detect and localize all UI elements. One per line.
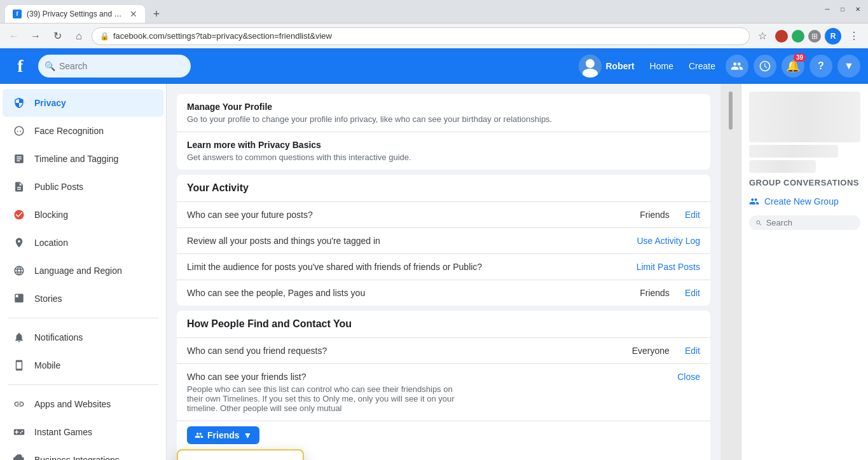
window-maximize-button[interactable]: □ [837,4,848,14]
group-search-box[interactable] [749,215,860,230]
friend-list-row-close[interactable]: Close [677,372,700,382]
sidebar-item-privacy[interactable]: Privacy [3,89,163,117]
manage-profile-card: Manage Your Profile Go to your profile t… [177,94,710,170]
user-name: Robert [605,61,634,71]
future-posts-edit[interactable]: Edit [685,210,700,220]
how-people-title: How People Find and Contact You [177,311,710,338]
sidebar-item-business-integrations[interactable]: Business Integrations [3,446,163,460]
sidebar-item-stories[interactable]: Stories [3,285,163,313]
sidebar-item-label: Apps and Websites [34,399,111,409]
sidebar-item-blocking[interactable]: Blocking [3,201,163,229]
sidebar-item-label: Instant Games [34,427,92,437]
sidebar-item-instant-games[interactable]: Instant Games [3,418,163,446]
future-posts-desc: Who can see your future posts? [187,210,635,220]
fb-avatar-nav[interactable]: Robert [574,52,639,80]
sidebar-item-label: Blocking [34,210,68,220]
sidebar-item-location[interactable]: Location [3,229,163,257]
future-posts-value: Friends [640,210,670,220]
create-group-button[interactable]: Create New Group [749,193,860,210]
sidebar-item-apps-websites[interactable]: Apps and Websites [3,390,163,418]
location-icon [10,234,28,252]
notifications-button[interactable]: 🔔 39 [782,55,804,78]
activity-log-link[interactable]: Use Activity Log [637,236,700,246]
bookmark-button[interactable]: ☆ [754,27,771,45]
forward-button[interactable]: → [27,27,45,45]
sidebar-item-notifications[interactable]: Notifications [3,323,163,351]
address-bar[interactable]: 🔒 facebook.com/settings?tab=privacy&sect… [92,27,750,45]
back-button[interactable]: ← [5,27,23,45]
friend-list-desc: Who can see the people, Pages and lists … [187,288,635,298]
sidebar-item-label: Language and Region [34,266,122,276]
home-label: Home [650,61,673,71]
extensions-button[interactable]: ⊞ [808,30,821,43]
friend-list-edit[interactable]: Edit [685,288,700,298]
help-icon: ? [818,60,824,72]
tab-favicon: f [13,10,22,18]
dropdown-button[interactable]: ▼ [837,55,860,78]
new-tab-button[interactable]: + [148,5,165,23]
group-conversations-title: GROUP CONVERSATIONS [749,178,860,187]
review-posts-desc: Review all your posts and things you're … [187,236,631,246]
url-text: facebook.com/settings?tab=privacy&sectio… [113,31,332,41]
friends-icon-button[interactable] [726,55,748,78]
tab-close-button[interactable]: ✕ [130,9,137,19]
chevron-down-icon: ▼ [844,60,854,72]
messenger-icon-button[interactable] [754,55,776,78]
business-integrations-icon [10,451,28,460]
fb-search-box[interactable]: 🔍 [38,55,191,78]
sidebar-item-face-recognition[interactable]: Face Recognition [3,117,163,145]
svg-point-1 [586,59,595,68]
more-menu-button[interactable]: ⋮ [845,27,863,45]
home-button[interactable]: ⌂ [70,27,88,45]
review-posts-row: Review all your posts and things you're … [177,228,710,254]
sidebar-item-label: Stories [34,294,62,304]
sidebar-item-timeline-tagging[interactable]: Timeline and Tagging [3,145,163,173]
window-minimize-button[interactable]: ─ [822,4,832,14]
friend-requests-desc: Who can send you friend requests? [187,346,627,356]
public-posts-icon [10,178,28,196]
search-input[interactable] [59,61,184,71]
sidebar-divider-1 [8,318,158,318]
scrollbar-thumb[interactable] [729,91,733,130]
dropdown-item-public[interactable]: Public [178,453,303,460]
window-close-button[interactable]: ✕ [853,4,863,14]
friends-btn-chevron: ▼ [244,430,252,440]
sidebar-item-language-region[interactable]: Language and Region [3,257,163,285]
audience-dropdown[interactable]: Public ✓ Friends [177,449,304,460]
sidebar-item-public-posts[interactable]: Public Posts [3,173,163,201]
notification-badge: 39 [794,53,806,62]
friends-dropdown-button[interactable]: Friends ▼ [187,426,259,444]
face-recognition-icon [10,122,28,140]
apps-websites-icon [10,395,28,413]
user-profile-button[interactable]: R [825,28,841,44]
sidebar-item-label: Face Recognition [34,126,104,136]
friend-requests-row: Who can send you friend requests? Everyo… [177,338,710,364]
sidebar-item-label: Timeline and Tagging [34,154,118,164]
group-search-input[interactable] [766,218,854,227]
scrollbar-area[interactable] [720,84,741,460]
help-button[interactable]: ? [809,55,832,78]
friends-button-row: Friends ▼ Public [177,421,710,452]
sidebar-divider-2 [8,384,158,385]
sidebar-item-mobile[interactable]: Mobile [3,351,163,379]
search-icon: 🔍 [45,61,55,71]
nav-home[interactable]: Home [645,58,679,74]
friend-requests-edit[interactable]: Edit [685,346,700,356]
your-activity-section: Your Activity Who can see your future po… [177,175,710,306]
right-panel: GROUP CONVERSATIONS Create New Group [741,84,868,460]
friend-list-visibility-row: Who can see the people, Pages and lists … [177,280,710,306]
browser-tab[interactable]: f (39) Privacy Settings and Tools ✕ [5,5,145,23]
refresh-button[interactable]: ↻ [48,27,66,45]
limit-past-posts-link[interactable]: Limit Past Posts [637,262,700,272]
nav-create[interactable]: Create [684,58,720,74]
mobile-icon [10,356,28,374]
avatar [579,55,602,78]
friend-list-row: Who can see your friends list? People wh… [177,364,710,421]
extension-icon-2[interactable] [792,30,804,43]
learn-more-desc: Get answers to common questions with thi… [187,152,700,162]
limit-audience-desc: Limit the audience for posts you've shar… [187,262,631,272]
sidebar-item-label: Mobile [34,360,60,370]
sidebar-item-label: Privacy [34,98,66,108]
friend-list-value: Friends [640,288,670,298]
extension-icon-1[interactable] [775,30,788,43]
